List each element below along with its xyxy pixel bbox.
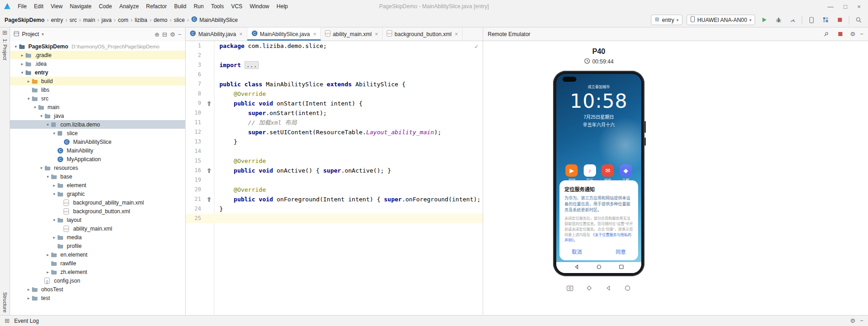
close-window-icon[interactable]: × xyxy=(857,3,861,10)
code-line-13[interactable]: 13 } xyxy=(186,137,483,147)
search-everywhere-button[interactable] xyxy=(853,15,863,25)
collapse-all-icon[interactable]: ⊟ xyxy=(162,32,167,37)
code-line-11[interactable]: 11 // 加载xml 布局 xyxy=(186,118,483,127)
hide-panel-icon[interactable]: − xyxy=(860,31,863,37)
tree-item-myapplication[interactable]: CMyApplication xyxy=(10,155,185,163)
tab-ability-main-xml[interactable]: </>ability_main.xml× xyxy=(321,27,383,41)
device-manager-button[interactable] xyxy=(806,15,816,25)
debug-button[interactable] xyxy=(773,15,783,25)
emulator-back-icon[interactable] xyxy=(603,283,613,293)
menu-analyze[interactable]: Analyze xyxy=(116,2,143,11)
code-line-2[interactable]: 2 xyxy=(186,51,483,60)
tree-item-resources[interactable]: ▾resources xyxy=(10,163,185,172)
tree-item-pageskipdemo[interactable]: ▾PageSkipDemoD:\harmonyOS_Project\PageSk… xyxy=(10,42,185,51)
code-line-3[interactable]: 3import ... xyxy=(186,60,483,70)
tab-mainabilityslice-java[interactable]: CMainAbilitySlice.java× xyxy=(247,27,321,41)
code-line-21[interactable]: 21 public void onForeground(Intent inten… xyxy=(186,195,483,204)
tree-toggle-icon[interactable]: ▾ xyxy=(45,122,51,127)
tree-item-layout[interactable]: ▾layout xyxy=(10,216,185,224)
menu-file[interactable]: File xyxy=(14,2,30,11)
code-line-9[interactable]: 9 public void onStart(Intent intent) { xyxy=(186,99,483,108)
code-line-1[interactable]: 1package com.liziba.demo.slice; xyxy=(186,41,483,51)
menu-build[interactable]: Build xyxy=(170,2,190,11)
tree-toggle-icon[interactable]: ▾ xyxy=(38,114,44,118)
menu-window[interactable]: Window xyxy=(246,2,273,11)
menu-run[interactable]: Run xyxy=(190,2,208,11)
tree-toggle-icon[interactable]: ▾ xyxy=(38,166,44,170)
breadcrumb-item-slice[interactable]: slice xyxy=(174,17,185,23)
breadcrumb-item-src[interactable]: src xyxy=(69,17,77,23)
maximize-window-icon[interactable]: □ xyxy=(844,3,847,10)
tree-item-mainabilityslice[interactable]: CMainAbilitySlice xyxy=(10,137,185,146)
tree-item-element[interactable]: ▸element xyxy=(10,181,185,189)
tree-toggle-icon[interactable]: ▸ xyxy=(19,53,25,58)
code-line-6[interactable]: 6 xyxy=(186,70,483,79)
nav-back-icon[interactable] xyxy=(574,264,579,271)
tree-item-profile[interactable]: profile xyxy=(10,242,185,250)
code-line-7[interactable]: 7public class MainAbilitySlice extends A… xyxy=(186,79,483,89)
tree-toggle-icon[interactable]: ▸ xyxy=(19,62,25,66)
emulator-rotate-icon[interactable] xyxy=(584,283,594,293)
tree-item-rawfile[interactable]: rawfile xyxy=(10,259,185,268)
tab-mainability-java[interactable]: CMainAbility.java× xyxy=(186,27,247,41)
run-config-selector[interactable]: entry ▾ xyxy=(651,15,682,25)
tree-item-zh-element[interactable]: ▸zh.element xyxy=(10,268,185,276)
gear-icon[interactable]: ⚙ xyxy=(850,318,856,324)
nav-home-icon[interactable] xyxy=(596,264,602,271)
overriding-method-icon[interactable] xyxy=(204,195,214,204)
code-line-25[interactable]: 25 xyxy=(186,214,483,223)
tree-item-mainability[interactable]: CMainAbility xyxy=(10,146,185,155)
emulator-screenshot-icon[interactable] xyxy=(565,283,575,293)
tree-item-background-button-xml[interactable]: </>background_button.xml xyxy=(10,207,185,216)
tool-button-project[interactable]: 1: Project xyxy=(2,39,8,60)
emulator-home-icon[interactable] xyxy=(623,283,633,293)
tree-item-media[interactable]: ▸media xyxy=(10,233,185,242)
tree-item-ability-main-xml[interactable]: </>ability_main.xml xyxy=(10,224,185,233)
hide-panel-icon[interactable]: − xyxy=(178,32,181,37)
overriding-method-icon[interactable] xyxy=(204,99,214,108)
tree-toggle-icon[interactable]: ▸ xyxy=(51,235,57,240)
close-tab-icon[interactable]: × xyxy=(239,31,242,37)
tree-toggle-icon[interactable]: ▾ xyxy=(19,70,25,75)
event-log-button[interactable]: Event Log xyxy=(14,318,39,324)
project-view-selector[interactable]: Project xyxy=(22,31,39,37)
pin-icon[interactable] xyxy=(821,29,831,39)
menu-code[interactable]: Code xyxy=(95,2,116,11)
code-line-15[interactable]: 15 @Override xyxy=(186,156,483,166)
sdk-manager-button[interactable] xyxy=(820,15,831,25)
tree-item-ohostest[interactable]: ▸ohosTest xyxy=(10,285,185,294)
breadcrumb-item-com[interactable]: com xyxy=(118,17,128,23)
menu-edit[interactable]: Edit xyxy=(30,2,47,11)
tree-item-test[interactable]: ▸test xyxy=(10,294,185,302)
tree-item-config-json[interactable]: {}config.json xyxy=(10,276,185,285)
tree-item-src[interactable]: ▾src xyxy=(10,94,185,103)
device-selector[interactable]: HUAWEI ANA-AN00 ▾ xyxy=(687,15,755,25)
tree-item-en-element[interactable]: ▸en.element xyxy=(10,250,185,259)
tree-item--gradle[interactable]: ▸.gradle xyxy=(10,51,185,59)
gear-icon[interactable]: ⚙ xyxy=(170,32,176,37)
tree-item-graphic[interactable]: ▾graphic xyxy=(10,189,185,198)
tree-toggle-icon[interactable]: ▾ xyxy=(26,96,32,101)
code-line-10[interactable]: 10 super.onStart(intent); xyxy=(186,108,483,118)
code-line-20[interactable]: 20 @Override xyxy=(186,185,483,195)
breadcrumb-item-mainabilityslice[interactable]: CMainAbilitySlice xyxy=(191,16,238,24)
code-line-24[interactable]: 24} xyxy=(186,204,483,214)
breadcrumb-item-pageskipdemo[interactable]: PageSkipDemo xyxy=(5,17,44,23)
tool-button-structure[interactable]: Structure xyxy=(2,292,8,313)
tree-item-com-liziba-demo[interactable]: ▾com.liziba.demo xyxy=(10,120,185,129)
tab-background-button-xml[interactable]: </>background_button.xml× xyxy=(383,27,463,41)
tree-toggle-icon[interactable]: ▸ xyxy=(51,183,57,188)
tree-toggle-icon[interactable]: ▸ xyxy=(45,270,51,274)
tree-item-base[interactable]: ▾base xyxy=(10,172,185,181)
code-line-12[interactable]: 12 super.setUIContent(ResourceTable.Layo… xyxy=(186,127,483,137)
breadcrumb-item-entry[interactable]: entry xyxy=(51,17,63,23)
close-tab-icon[interactable]: × xyxy=(455,31,458,37)
tree-item-java[interactable]: ▾java xyxy=(10,111,185,120)
breadcrumb-item-liziba[interactable]: liziba xyxy=(135,17,147,23)
tree-toggle-icon[interactable]: ▾ xyxy=(51,192,57,196)
tree-toggle-icon[interactable]: ▾ xyxy=(51,218,57,222)
breadcrumb-item-demo[interactable]: demo xyxy=(154,17,167,23)
minimize-window-icon[interactable]: — xyxy=(828,3,834,10)
locate-file-icon[interactable]: ⊕ xyxy=(154,32,160,37)
tree-toggle-icon[interactable]: ▾ xyxy=(13,44,19,49)
